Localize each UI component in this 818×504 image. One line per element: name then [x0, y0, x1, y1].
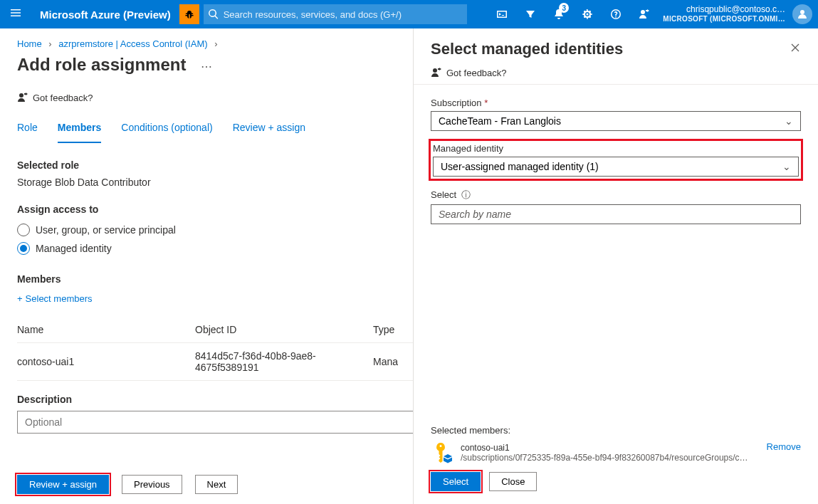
radio-icon — [17, 224, 30, 236]
radio-icon — [17, 242, 30, 255]
user-email: chrisqpublic@contoso.c… — [663, 4, 785, 15]
portal-brand[interactable]: Microsoft Azure (Preview) — [31, 9, 179, 21]
chevron-down-icon: ⌄ — [785, 115, 793, 127]
panel-body: Subscription * CacheTeam - Fran Langlois… — [414, 98, 818, 463]
select-label: Select ⓘ — [431, 189, 801, 201]
chevron-right-icon: › — [44, 38, 56, 49]
info-icon[interactable]: ⓘ — [459, 189, 471, 200]
search-icon — [208, 9, 219, 23]
tab-review-assign[interactable]: Review + assign — [233, 116, 305, 143]
panel-footer: Select Close — [414, 463, 818, 504]
gear-icon — [582, 9, 593, 20]
remove-member-link[interactable]: Remove — [767, 441, 801, 452]
settings-button[interactable] — [573, 0, 602, 28]
managed-identity-dropdown[interactable]: User-assigned managed identity (1) ⌄ — [433, 157, 799, 177]
review-assign-button[interactable]: Review + assign — [17, 475, 109, 494]
select-managed-identities-panel: Select managed identities Got feedback? … — [413, 28, 818, 504]
selected-member-row: contoso-uai1 /subscriptions/0f725335-f89… — [431, 441, 801, 464]
feedback-person-icon — [431, 67, 442, 78]
feedback-person-icon — [17, 92, 28, 103]
subscription-dropdown[interactable]: CacheTeam - Fran Langlois ⌄ — [431, 111, 801, 131]
previous-button[interactable]: Previous — [122, 475, 182, 494]
directory-filter-button[interactable] — [516, 0, 545, 28]
help-button[interactable] — [602, 0, 630, 28]
tab-conditions[interactable]: Conditions (optional) — [121, 116, 212, 143]
subscription-label: Subscription * — [431, 98, 801, 108]
search-members-input[interactable] — [431, 204, 801, 224]
close-icon — [790, 42, 801, 53]
panel-close-button[interactable]: Close — [489, 472, 537, 491]
column-object-id[interactable]: Object ID — [195, 317, 373, 343]
managed-identity-icon — [431, 441, 453, 464]
bug-icon — [184, 9, 195, 20]
account-control[interactable]: chrisqpublic@contoso.c… MICROSOFT (MICRO… — [659, 4, 792, 24]
selected-member-name: contoso-uai1 — [461, 443, 760, 453]
search-input[interactable] — [204, 4, 467, 24]
page-more-button[interactable]: ⋯ — [189, 61, 214, 73]
global-search — [204, 4, 467, 24]
filter-icon — [525, 9, 536, 20]
selected-member-path: /subscriptions/0f725335-f89a-455e-bf94-9… — [461, 453, 760, 463]
panel-feedback-link[interactable]: Got feedback? — [414, 63, 818, 85]
managed-identity-label: Managed identity — [433, 143, 799, 154]
notifications-button[interactable]: 3 — [545, 0, 573, 28]
avatar[interactable] — [792, 4, 812, 24]
panel-select-button[interactable]: Select — [431, 472, 481, 491]
page-footer: Review + assign Previous Next — [0, 468, 413, 504]
selected-members-section: Selected members: contoso-uai1 /subscrip… — [414, 425, 818, 464]
page-title: Add role assignment — [17, 55, 186, 75]
tab-members[interactable]: Members — [58, 116, 101, 143]
chevron-right-icon: › — [210, 38, 221, 49]
next-button[interactable]: Next — [195, 475, 238, 494]
plus-icon: + — [17, 293, 23, 304]
hamburger-icon — [10, 7, 21, 19]
breadcrumb-home[interactable]: Home — [17, 38, 42, 49]
cloud-shell-button[interactable] — [488, 0, 516, 28]
feedback-person-icon — [639, 9, 650, 20]
notification-badge: 3 — [559, 3, 569, 13]
panel-header: Select managed identities — [414, 28, 818, 63]
preview-bug-button[interactable] — [179, 4, 199, 24]
help-icon — [610, 9, 622, 20]
avatar-icon — [797, 9, 808, 20]
close-panel-button[interactable] — [790, 42, 801, 56]
hamburger-menu[interactable] — [0, 7, 31, 21]
tenant-name: MICROSOFT (MICROSOFT.ONMI… — [663, 15, 785, 24]
global-header: Microsoft Azure (Preview) 3 chrisqpublic… — [0, 0, 818, 28]
column-name[interactable]: Name — [17, 317, 195, 343]
cloud-shell-icon — [496, 9, 508, 20]
chevron-down-icon: ⌄ — [782, 161, 791, 172]
tab-role[interactable]: Role — [17, 116, 38, 143]
selected-members-heading: Selected members: — [431, 425, 801, 436]
feedback-button[interactable] — [630, 0, 659, 28]
panel-title: Select managed identities — [431, 40, 623, 58]
breadcrumb-resource[interactable]: azrpremstore | Access Control (IAM) — [58, 38, 207, 49]
